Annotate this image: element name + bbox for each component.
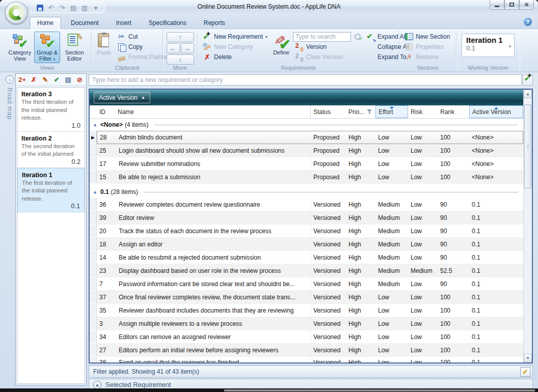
tab-specifications[interactable]: Specifications — [141, 17, 194, 29]
page-arrow-right-icon[interactable]: ▥ — [80, 3, 89, 12]
filter-toggle-button[interactable]: ✔ — [520, 367, 530, 377]
requirement-row[interactable]: 18 Assign an editor Versioned High Mediu… — [90, 238, 523, 251]
collapse-panel-button[interactable]: ‹ — [6, 75, 14, 83]
cell-id: 28 — [97, 131, 115, 144]
tab-home[interactable]: Home — [30, 17, 61, 29]
apply-version-icon[interactable]: ✔ — [52, 75, 62, 85]
undo-icon[interactable]: ↶ — [46, 3, 56, 12]
delete-button[interactable]: ✗ Delete — [201, 52, 270, 62]
requirement-row[interactable]: 23 Display dashboard based on user role … — [90, 264, 523, 277]
scrollbar-track[interactable] — [524, 98, 532, 354]
iteration-card[interactable]: Iteration 2 The second iteration of the … — [17, 132, 85, 168]
requirement-row[interactable]: ▶ 28 Admin blinds document Proposed High… — [90, 131, 523, 144]
requirement-row[interactable]: 38 Send an email that the reviewer has f… — [90, 357, 523, 362]
requirement-row[interactable]: 25 Login dashboard should show all new d… — [90, 144, 523, 157]
requirement-row[interactable]: 34 Editors can remove an assigned review… — [90, 330, 523, 344]
move-left-button[interactable]: ← — [167, 43, 180, 53]
requirement-row[interactable]: 17 Review submitter nominations Proposed… — [90, 157, 523, 171]
format-painter-button[interactable]: Format Painter — [115, 52, 171, 62]
define-button[interactable]: ✎✔ Define — [272, 32, 290, 63]
cell-active-version: 0.1 — [469, 344, 523, 357]
move-right-button[interactable]: → — [181, 43, 194, 53]
column-header-effort[interactable]: Effort — [375, 105, 408, 118]
tab-document[interactable]: Document — [63, 17, 106, 29]
edit-version-icon[interactable]: ✎ — [41, 75, 50, 85]
properties-button[interactable]: Properties — [402, 42, 453, 52]
requirement-row[interactable]: 39 Editor review Versioned High Medium L… — [90, 211, 523, 225]
category-view-button[interactable]: ✔ Category View — [7, 32, 33, 63]
requirement-row[interactable]: 3 Assign multiple reviewers to a review … — [90, 317, 523, 330]
paste-button[interactable]: Paste — [95, 32, 113, 63]
requirement-row[interactable]: 36 Reviewer completes document review qu… — [90, 198, 523, 211]
cell-priority: High — [346, 225, 375, 238]
requirement-row[interactable]: 37 Once final reviewer completes review,… — [90, 291, 523, 304]
minimize-button[interactable] — [490, 0, 504, 10]
application-menu-button[interactable] — [5, 2, 28, 24]
requirement-row[interactable]: 20 Track the status of each document in … — [90, 225, 523, 238]
ribbon-group-views: ✔ Category View ✔ Group & Filter ▾ ✎ — [3, 30, 92, 71]
requirement-row[interactable]: 27 Editors perform an initial review bef… — [90, 344, 523, 357]
column-header-priority[interactable]: Prio... — [346, 105, 375, 118]
requirement-row[interactable]: 7 Password information cant be stored cl… — [90, 277, 523, 291]
group-by-chip[interactable]: Active Version ▲ — [94, 92, 150, 103]
move-down-button[interactable]: ↓ — [167, 54, 194, 65]
add-requirement-input[interactable] — [89, 74, 522, 86]
customize-quick-access-icon[interactable]: ▾ — [91, 3, 100, 12]
scrollbar-thumb[interactable] — [524, 104, 531, 188]
page-arrow-left-icon[interactable]: ▤ — [69, 3, 78, 12]
close-button[interactable]: × — [519, 0, 534, 10]
filter-funnel-icon[interactable] — [367, 109, 372, 115]
requirement-row[interactable]: 14 Be able to resubmit a rejected docume… — [90, 251, 523, 264]
version-properties-icon[interactable]: ▤ — [64, 75, 73, 85]
redo-icon[interactable]: ↷ — [58, 3, 67, 12]
tab-insert[interactable]: Insert — [109, 17, 139, 29]
grid-rows: ▲ <None> (4 items) ▶ 28 Admin blinds doc… — [90, 119, 523, 362]
copy-button[interactable]: Copy — [115, 42, 171, 52]
new-category-button[interactable]: New Category — [201, 42, 270, 52]
working-version-dropdown[interactable]: Iteration 1 0.1 ▼ — [462, 34, 515, 57]
column-header-name[interactable]: Name — [115, 105, 310, 118]
scroll-down-button[interactable]: ▼ — [524, 354, 532, 362]
section-editor-button[interactable]: ✎ Section Editor — [61, 32, 88, 63]
cell-risk: Low — [408, 330, 438, 344]
tab-reports[interactable]: Reports — [196, 17, 233, 29]
help-icon[interactable]: ? — [524, 18, 532, 26]
version-button[interactable]: 20 Version — [293, 42, 362, 52]
add-requirement-button[interactable] — [523, 74, 533, 86]
save-icon[interactable] — [35, 3, 44, 12]
group-row[interactable]: ▲ <None> (4 items) — [90, 119, 523, 131]
requirement-row[interactable]: 35 Reviewer dashboard includes documents… — [90, 304, 523, 317]
column-header-risk[interactable]: Risk — [408, 105, 438, 118]
group-row[interactable]: ▲ 0.1 (28 items) — [90, 186, 523, 198]
requirement-row[interactable]: 15 Be able to reject a submission Propos… — [90, 171, 523, 184]
search-icon[interactable] — [354, 33, 362, 41]
collapse-group-icon[interactable]: ▲ — [93, 189, 97, 194]
cell-priority: High — [346, 264, 375, 277]
block-version-icon[interactable]: ⊘ — [75, 75, 85, 85]
iteration-card[interactable]: Iteration 3 The third iteration of the i… — [17, 88, 85, 132]
column-header-status[interactable]: Status — [310, 105, 346, 118]
cell-status: Versioned — [310, 277, 346, 291]
new-section-button[interactable]: New Section — [402, 32, 453, 42]
vertical-scrollbar[interactable]: ▲ ▼ — [523, 90, 532, 362]
column-header-active-version[interactable]: Active Version — [469, 105, 523, 118]
move-up-button[interactable]: ↑ — [167, 32, 194, 42]
requirement-search-input[interactable] — [293, 32, 351, 42]
new-version-icon[interactable]: 2+ — [18, 75, 27, 85]
cut-button[interactable]: ✂ Cut — [115, 32, 171, 42]
scroll-up-button[interactable]: ▲ — [524, 90, 532, 98]
iteration-card[interactable]: Iteration 1 The first iteration of the i… — [17, 168, 85, 213]
new-requirement-button[interactable]: New Requirement ▾ — [201, 32, 270, 42]
section-editor-icon: ✎ — [66, 33, 83, 48]
column-header-id[interactable]: ID — [97, 105, 115, 118]
clear-version-button[interactable]: 20 Clear Version — [293, 52, 362, 62]
column-header-rank[interactable]: Rank — [438, 105, 469, 118]
restore-button[interactable] — [504, 0, 519, 10]
remove-button[interactable]: ✗ Remove — [402, 52, 453, 62]
group-and-filter-button[interactable]: ✔ Group & Filter ▾ — [34, 32, 61, 63]
delete-version-icon[interactable]: ✗ — [30, 75, 39, 85]
ribbon-group-working-version: Iteration 1 0.1 ▼ Working Version — [456, 30, 520, 71]
collapse-group-icon[interactable]: ▲ — [93, 122, 97, 127]
ribbon-group-clipboard: Paste ✂ Cut Copy Format Painter — [92, 30, 163, 71]
expand-panel-button[interactable]: ▲ — [93, 381, 101, 389]
